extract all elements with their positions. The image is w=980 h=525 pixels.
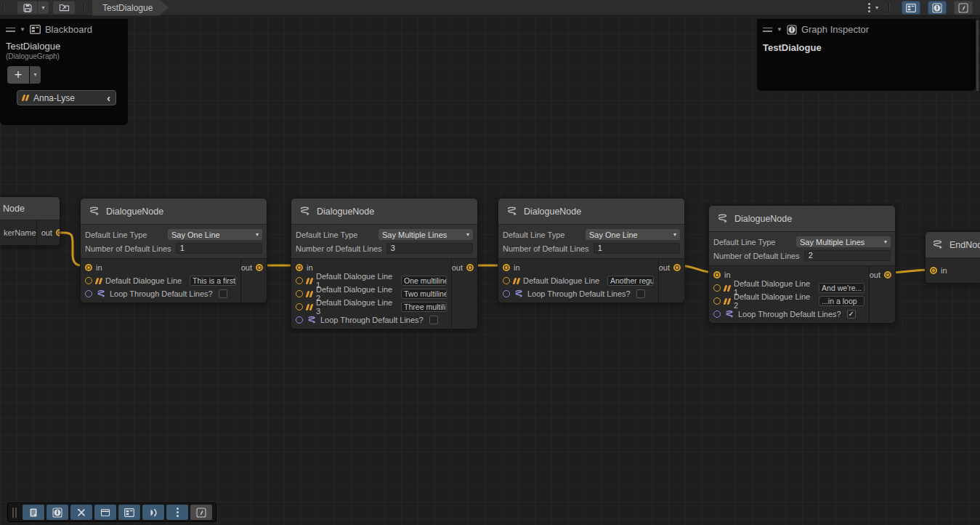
blackboard-graph-type: (DialogueGraph) xyxy=(0,52,128,60)
panel-resize-handle[interactable] xyxy=(976,20,979,91)
tools-panel-button[interactable] xyxy=(70,505,92,520)
window-panel-button[interactable] xyxy=(94,505,116,520)
dialogue-node-1[interactable]: DialogueNode Default Line Type Say One L… xyxy=(80,198,267,303)
dialogue-line-value[interactable]: And we're... xyxy=(819,283,864,293)
dialogue-line-label: Default Dialogue Line 2 xyxy=(734,292,815,310)
loop-icon xyxy=(307,316,317,324)
bottom-toolbar xyxy=(7,502,216,522)
in-port-label: in xyxy=(941,266,947,275)
toolbar-drag-handle[interactable] xyxy=(12,508,17,518)
blackboard-toggle-button[interactable] xyxy=(902,1,920,15)
inspector-toggle-button[interactable] xyxy=(928,1,947,15)
save-button[interactable] xyxy=(17,1,37,14)
dialogue-node-icon xyxy=(299,206,311,217)
playback-panel-button[interactable] xyxy=(142,505,164,520)
blackboard-icon xyxy=(30,25,41,34)
dialogue-line-value[interactable]: Two multiline xyxy=(401,289,447,299)
line-type-dropdown[interactable]: Say One Line▾ xyxy=(586,229,680,240)
out-port[interactable] xyxy=(56,229,60,236)
end-node[interactable]: EndNode in xyxy=(925,231,980,284)
dialogue-node-3[interactable]: DialogueNode Default Line Type Say One L… xyxy=(498,198,685,303)
dialogue-tool-button[interactable] xyxy=(190,505,212,520)
loop-checkbox[interactable] xyxy=(219,289,227,298)
dialogue-line-value[interactable]: One multiline xyxy=(401,276,447,286)
blackboard-field-anna-lyse[interactable]: Anna-Lyse ‹ xyxy=(17,90,116,105)
in-port[interactable] xyxy=(85,264,92,271)
quote-icon xyxy=(23,95,28,101)
in-port[interactable] xyxy=(503,264,510,271)
graph-inspector-panel: ▼ Graph Inspector TestDialogue xyxy=(757,19,976,91)
blackboard-panel-button[interactable] xyxy=(118,505,140,520)
speaker-node-partial[interactable]: Node kerName out xyxy=(0,196,60,246)
line-type-label: Default Line Type xyxy=(713,238,775,247)
toolbar-separator xyxy=(888,3,890,12)
collapse-chevron-icon[interactable]: ‹ xyxy=(107,93,110,103)
collapse-triangle-icon[interactable]: ▼ xyxy=(777,27,782,33)
num-lines-input[interactable]: 2 xyxy=(804,250,891,261)
dialogue-line-value[interactable]: ...in a loop xyxy=(819,296,864,306)
blackboard-title: Blackboard xyxy=(45,24,92,35)
dialogue-line-port[interactable] xyxy=(503,277,510,284)
line-type-dropdown[interactable]: Say Multiple Lines▾ xyxy=(796,236,891,247)
graph-editor-window: ▾ TestDialogue ▾ xyxy=(0,0,980,525)
quote-icon xyxy=(96,278,102,284)
dialogue-tool-toggle-button[interactable] xyxy=(954,1,973,15)
dialogue-node-2[interactable]: DialogueNode Default Line Type Say Multi… xyxy=(291,198,478,329)
dialogue-line-port[interactable] xyxy=(713,297,721,305)
in-port-label: in xyxy=(724,270,731,279)
load-graph-button[interactable] xyxy=(53,1,75,14)
loop-checkbox[interactable] xyxy=(636,289,645,298)
loop-checkbox[interactable]: ✓ xyxy=(847,310,856,318)
dialogue-node-icon xyxy=(716,213,729,224)
dialogue-line-port[interactable] xyxy=(296,290,303,297)
in-port-label: in xyxy=(307,263,313,272)
more-options-button[interactable] xyxy=(166,505,188,520)
dialogue-node-icon xyxy=(506,206,518,217)
top-toolbar: ▾ TestDialogue ▾ xyxy=(0,0,980,16)
loop-port[interactable] xyxy=(503,290,510,297)
num-lines-input[interactable]: 1 xyxy=(176,243,262,254)
add-variable-button[interactable]: + xyxy=(7,66,29,84)
line-type-dropdown[interactable]: Say One Line▾ xyxy=(168,229,262,240)
console-panel-button[interactable] xyxy=(23,505,44,520)
quill-icon xyxy=(196,508,206,518)
loop-port[interactable] xyxy=(85,290,92,297)
in-port[interactable] xyxy=(713,271,721,278)
loop-label: Loop Through Default Lines? xyxy=(527,289,631,298)
blackboard-graph-name: TestDialogue xyxy=(0,38,128,52)
node-title: DialogueNode xyxy=(81,199,267,225)
dialogue-line-value[interactable]: Three multili xyxy=(401,302,447,312)
dialogue-line-port[interactable] xyxy=(296,277,303,284)
loop-port[interactable] xyxy=(713,310,721,318)
in-port[interactable] xyxy=(296,264,303,271)
dialogue-line-value[interactable]: Another regu xyxy=(607,276,654,286)
toolbar-drag-handle[interactable] xyxy=(3,3,4,12)
dialogue-line-port[interactable] xyxy=(713,284,721,292)
dialogue-node-icon xyxy=(88,206,100,217)
dialogue-line-port[interactable] xyxy=(296,303,303,310)
dialogue-node-4[interactable]: DialogueNode Default Line Type Say Multi… xyxy=(708,205,896,324)
num-lines-input[interactable]: 1 xyxy=(594,243,680,254)
loop-port[interactable] xyxy=(296,316,303,324)
panel-drag-handle[interactable] xyxy=(763,28,772,32)
save-options-button[interactable]: ▾ xyxy=(38,1,49,14)
dialogue-line-port[interactable] xyxy=(85,277,92,284)
inspector-panel-button[interactable] xyxy=(46,505,68,520)
graph-tab[interactable]: TestDialogue xyxy=(92,0,169,16)
add-variable-options-button[interactable]: ▾ xyxy=(30,66,41,84)
out-port[interactable] xyxy=(884,271,891,278)
out-port[interactable] xyxy=(673,264,681,271)
open-folder-icon xyxy=(59,3,70,12)
collapse-triangle-icon[interactable]: ▼ xyxy=(20,27,25,33)
panel-drag-handle[interactable] xyxy=(6,28,15,32)
line-type-dropdown[interactable]: Say Multiple Lines▾ xyxy=(378,229,473,240)
in-port[interactable] xyxy=(930,267,937,274)
node-title: DialogueNode xyxy=(709,206,895,232)
options-menu-button[interactable]: ▾ xyxy=(865,3,878,12)
out-port[interactable] xyxy=(466,264,474,271)
num-lines-input[interactable]: 3 xyxy=(386,243,473,254)
dialogue-line-value[interactable]: This is a first xyxy=(190,276,236,286)
loop-checkbox[interactable] xyxy=(429,316,438,324)
out-port[interactable] xyxy=(256,264,263,271)
quote-icon xyxy=(307,278,312,284)
